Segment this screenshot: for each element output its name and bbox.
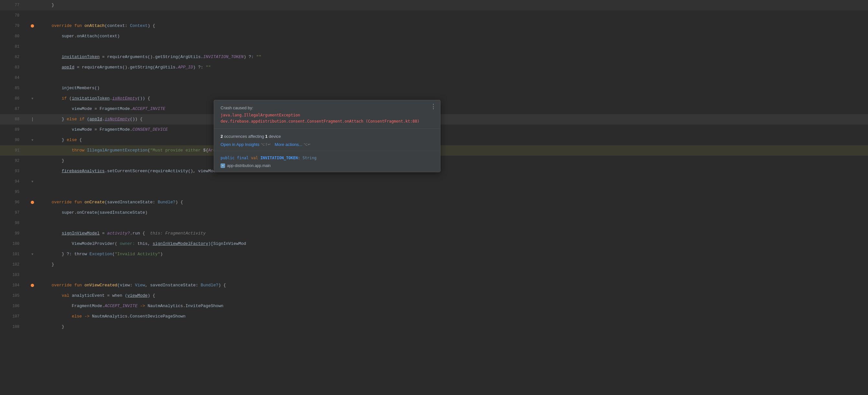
line-number-93: 93	[0, 169, 26, 173]
gutter-104	[26, 284, 39, 287]
exception-line1: java.lang.IllegalArgumentException	[221, 112, 434, 118]
code-snippet-line: public final val INVITATION_TOKEN: Strin…	[221, 155, 434, 161]
line-number-90: 90	[0, 138, 26, 142]
line-number-82: 82	[0, 55, 26, 59]
crash-info-section: ⋮ Crash caused by: java.lang.IllegalArgu…	[214, 100, 440, 129]
shortcut-open: ⌥⇧↵	[261, 142, 271, 147]
line-content-96: override fun onCreate(savedInstanceState…	[39, 197, 868, 207]
gutter-86: ▼	[26, 97, 39, 101]
exception-line2: dev.firebase.appdistribution.consent.Con…	[221, 118, 434, 124]
occurrences-line: 2 occurrences affecting 1 device	[221, 134, 434, 139]
line-content-88: } else if (appId.isNotEmpty()) {	[39, 114, 868, 124]
line-number-80: 80	[0, 34, 26, 38]
code-line-108: 108 }	[0, 322, 868, 332]
code-line-102: 102 }	[0, 259, 868, 270]
gutter-88: │	[26, 117, 39, 121]
line-content-106: FragmentMode.ACCEPT_INVITE -> NautmAnaly…	[39, 301, 868, 311]
line-content-107: else -> NautmAnalytics.ConsentDevicePage…	[39, 311, 868, 322]
code-line-100: 100 ViewModelProvider( owner: this, sign…	[0, 239, 868, 249]
line-content-89: viewMode = FragmentMode.CONSENT_DEVICE	[39, 124, 868, 135]
open-in-app-insights-link[interactable]: Open in App Insights ⌥⇧↵	[221, 142, 271, 147]
crash-exception: java.lang.IllegalArgumentException dev.f…	[221, 112, 434, 124]
code-line-82: 82 invitationToken = requireArguments().…	[0, 52, 868, 62]
line-content-108: }	[39, 322, 868, 332]
crash-popup: ⋮ Crash caused by: java.lang.IllegalArgu…	[214, 100, 440, 172]
breakpoint-dot-96	[31, 201, 34, 204]
gutter-94: ▼	[26, 180, 39, 184]
line-content-99: signInViewModel = activity?.run { this: …	[39, 228, 868, 239]
code-line-104: 104 override fun onViewCreated(view: Vie…	[0, 280, 868, 290]
line-number-91: 91	[0, 148, 26, 153]
code-line-85: 85 injectMembers()	[0, 83, 868, 93]
code-line-96: 96 override fun onCreate(savedInstanceSt…	[0, 197, 868, 207]
line-content-85: injectMembers()	[39, 83, 868, 93]
line-number-94: 94	[0, 179, 26, 184]
code-line-97: 97 super.onCreate(savedInstanceState)	[0, 207, 868, 218]
line-content-82: invitationToken = requireArguments().get…	[39, 52, 868, 62]
module-line: ▪ app-distribution.app.main	[221, 164, 434, 168]
code-area: 77 } 78 79 override fun onAttach(context…	[0, 0, 868, 395]
line-content-104: override fun onViewCreated(view: View, s…	[39, 280, 868, 290]
gutter-79	[26, 24, 39, 28]
line-content-79: override fun onAttach(context: Context) …	[39, 21, 868, 31]
line-number-83: 83	[0, 65, 26, 70]
gutter-101: ▼	[26, 253, 39, 256]
popup-actions: Open in App Insights ⌥⇧↵ More actions...…	[221, 142, 434, 147]
line-number-95: 95	[0, 190, 26, 194]
cursor-marker-88: │	[31, 117, 34, 121]
breakpoint-dot-104	[31, 284, 34, 287]
line-content-77: }	[39, 0, 868, 10]
line-content-97: super.onCreate(savedInstanceState)	[39, 207, 868, 218]
crash-caused-label: Crash caused by:	[221, 105, 434, 110]
line-number-101: 101	[0, 252, 26, 256]
line-content-101: } ?: throw Exception("Invalid Activity")	[39, 249, 868, 259]
module-name: app-distribution.app.main	[227, 164, 271, 168]
code-line-77: 77 }	[0, 0, 868, 10]
line-number-77: 77	[0, 3, 26, 7]
code-snippet-section: ⋮ public final val INVITATION_TOKEN: Str…	[214, 151, 440, 172]
line-number-103: 103	[0, 273, 26, 277]
more-options-button-bottom[interactable]: ⋮	[430, 104, 436, 109]
shortcut-more: ⌥↵	[304, 142, 311, 147]
code-line-99: 99 signInViewModel = activity?.run { thi…	[0, 228, 868, 239]
device-count: 1	[265, 134, 268, 139]
code-line-78: 78	[0, 10, 868, 21]
line-number-104: 104	[0, 283, 26, 288]
line-number-85: 85	[0, 86, 26, 90]
line-number-102: 102	[0, 262, 26, 267]
line-number-97: 97	[0, 210, 26, 215]
line-number-106: 106	[0, 304, 26, 308]
device-text: device	[269, 134, 281, 139]
line-number-81: 81	[0, 45, 26, 49]
line-content-91: throw IllegalArgumentException("Must pro…	[39, 145, 868, 156]
more-actions-link[interactable]: More actions... ⌥↵	[275, 142, 311, 147]
line-number-107: 107	[0, 314, 26, 319]
line-number-108: 108	[0, 325, 26, 329]
code-line-81: 81	[0, 41, 868, 52]
gutter-arrow-94: ▼	[31, 180, 33, 184]
line-number-100: 100	[0, 242, 26, 246]
occurrences-text: occurrences affecting	[224, 134, 265, 139]
line-number-84: 84	[0, 76, 26, 80]
line-number-92: 92	[0, 159, 26, 163]
line-content-90: } else {	[39, 135, 868, 145]
code-line-83: 83 appId = requireArguments().getString(…	[0, 62, 868, 73]
line-content-86: if (invitationToken.isNotEmpty()) {	[39, 93, 868, 104]
code-line-79: 79 override fun onAttach(context: Contex…	[0, 21, 868, 31]
code-line-107: 107 else -> NautmAnalytics.ConsentDevice…	[0, 311, 868, 322]
line-number-86: 86	[0, 96, 26, 101]
line-number-88: 88	[0, 117, 26, 122]
line-number-105: 105	[0, 293, 26, 298]
line-content-83: appId = requireArguments().getString(Arg…	[39, 62, 868, 73]
code-line-80: 80 super.onAttach(context)	[0, 31, 868, 41]
line-number-98: 98	[0, 221, 26, 225]
breakpoint-dot-79	[31, 24, 34, 28]
line-content-100: ViewModelProvider( owner: this, signInVi…	[39, 239, 868, 249]
open-in-app-insights-label: Open in App Insights	[221, 142, 259, 147]
editor-container: 77 } 78 79 override fun onAttach(context…	[0, 0, 868, 395]
gutter-90: ▼	[26, 139, 39, 142]
code-line-98: 98	[0, 218, 868, 228]
line-number-89: 89	[0, 128, 26, 132]
line-content-80: super.onAttach(context)	[39, 31, 868, 41]
line-number-87: 87	[0, 107, 26, 111]
